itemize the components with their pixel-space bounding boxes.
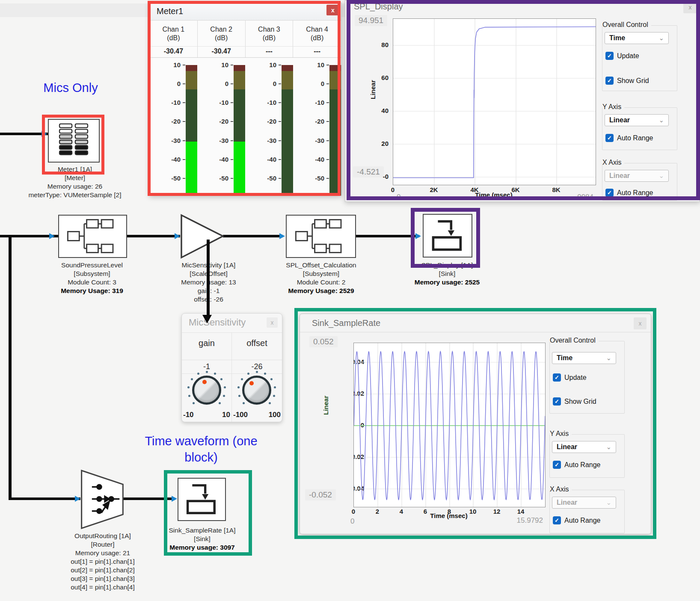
meter-scale-tick: -10 <box>198 99 228 106</box>
meter-scale-tick: 10 <box>294 61 324 68</box>
overall-control-dropdown[interactable]: Time ⌄ <box>552 352 616 364</box>
soundpressurelevel-block[interactable] <box>58 215 127 258</box>
meter-scale-tick: -30 <box>150 137 181 144</box>
spl-display-window: SPL_Display x 94.951 -4.521 Linear 80 60… <box>345 0 700 202</box>
meter-scale-tick: -30 <box>198 137 228 144</box>
sink-samplerate-block-label: Sink_SampleRate [1A] [Sink] Memory usage… <box>154 526 250 552</box>
x-tick: 4 <box>393 508 410 515</box>
close-icon[interactable]: x <box>267 317 278 328</box>
meter-scale-tick: -40 <box>294 156 324 163</box>
meter1-block[interactable] <box>48 119 100 163</box>
x-tick: 2K <box>425 186 442 193</box>
x-auto-range-row[interactable]: ✓ Auto Range <box>553 516 601 524</box>
meter-scale-tick: -10 <box>150 99 181 106</box>
y-auto-range-row[interactable]: ✓ Auto Range <box>553 461 601 469</box>
meter-scale-tick: -50 <box>198 175 228 182</box>
meter-scale-tick: -50 <box>150 175 181 182</box>
y-tick: 20 <box>368 140 389 147</box>
x-end-readout: 9984 <box>525 193 593 201</box>
chevron-down-icon: ⌄ <box>606 354 611 362</box>
soundpressurelevel-block-label: SoundPressureLevel [Subsystem] Module Co… <box>34 261 150 295</box>
spl-display-window-title: SPL_Display <box>354 2 403 12</box>
meter-scale-tick: 10 <box>246 61 276 68</box>
signal-wire <box>9 497 80 500</box>
spl-display-plot[interactable] <box>393 18 596 185</box>
meter-scale-tick: 0 <box>294 80 324 87</box>
x-tick: 0 <box>345 508 362 515</box>
micsensitivity-gain-block[interactable] <box>180 214 225 259</box>
spl-display-block[interactable] <box>423 214 472 258</box>
update-checkbox[interactable]: ✓ <box>605 52 614 60</box>
x-auto-range-checkbox[interactable]: ✓ <box>553 516 561 524</box>
meter1-block-label: Meter1 [1A] [Meter] Memory usage: 26 met… <box>13 165 137 199</box>
x-auto-range-checkbox[interactable]: ✓ <box>605 189 614 197</box>
meter-channel-value: --- <box>246 47 294 57</box>
meter-bars-area: 100-10-20-30-40-50-60100-10-20-30-40-50-… <box>150 58 341 195</box>
offset-knob[interactable] <box>237 370 277 410</box>
x-tick: 2 <box>369 508 386 515</box>
show-grid-checkbox[interactable]: ✓ <box>605 77 614 85</box>
meter-scale-tick: -20 <box>294 118 324 125</box>
x-axis-dropdown[interactable]: Linear ⌄ <box>552 497 616 509</box>
knob-face <box>242 376 271 405</box>
close-icon[interactable]: x <box>326 5 339 15</box>
meter-channel-header: Chan 1(dB) <box>150 20 198 46</box>
dsp-designer-canvas: Meter1 [1A] [Meter] Memory usage: 26 met… <box>0 0 700 601</box>
sink-samplerate-plot[interactable]: 0.04 0.02 0 0.02 0.04 <box>353 343 546 507</box>
chevron-down-icon: ⌄ <box>658 116 664 124</box>
output-routing-block[interactable] <box>80 470 124 529</box>
meter-scale-tick: -60 <box>246 193 276 196</box>
spl-offset-block-label: SPL_Offset_Calculation [Subsystem] Modul… <box>269 261 374 295</box>
y-max-readout: 0.052 <box>309 336 338 347</box>
meter-scale-tick: 0 <box>246 80 276 87</box>
spl-offset-calculation-block[interactable] <box>286 215 356 258</box>
meter-channel-value: -30.47 <box>150 47 198 57</box>
y-axis-dropdown[interactable]: Linear ⌄ <box>552 441 616 453</box>
knob-indicator-dot <box>202 380 207 384</box>
update-checkbox-row[interactable]: ✓ Update <box>605 52 639 60</box>
chevron-down-icon: ⌄ <box>606 443 611 451</box>
y-axis-dropdown[interactable]: Linear ⌄ <box>605 114 669 126</box>
knob-max-label: 100 <box>269 411 281 419</box>
y-auto-range-checkbox[interactable]: ✓ <box>553 461 561 469</box>
show-grid-checkbox[interactable]: ✓ <box>553 397 561 406</box>
meter-channel-bar-2: 100-10-20-30-40-50-60 <box>198 58 246 195</box>
meter-scale-tick: -60 <box>150 193 181 196</box>
sink-icon <box>424 215 471 256</box>
close-icon[interactable]: x <box>634 317 647 329</box>
update-checkbox[interactable]: ✓ <box>553 373 561 382</box>
y-tick: 40 <box>368 107 389 114</box>
knob-max-label: 10 <box>222 411 230 419</box>
show-grid-checkbox-row[interactable]: ✓ Show Grid <box>605 77 649 85</box>
y-min-readout: -0.052 <box>305 489 336 500</box>
time-waveform-annotation: Time waveform (one block) <box>128 433 274 465</box>
meter-scale-tick: -40 <box>198 156 228 163</box>
meter-scale-tick: -40 <box>246 156 276 163</box>
meter-scale-tick: -20 <box>246 118 276 125</box>
micsensitivity-window-title: MicSensitivity <box>189 317 246 328</box>
meter1-window-title: Meter1 <box>157 6 183 16</box>
update-checkbox-row[interactable]: ✓ Update <box>553 373 587 382</box>
close-icon[interactable]: x <box>683 1 697 13</box>
micsensitivity-window-titlebar[interactable]: MicSensitivity x <box>182 314 282 333</box>
meter-channel-values: -30.47 -30.47 --- --- <box>150 47 341 58</box>
show-grid-checkbox-row[interactable]: ✓ Show Grid <box>553 397 596 406</box>
y-auto-range-checkbox[interactable]: ✓ <box>605 134 614 142</box>
x-auto-range-row[interactable]: ✓ Auto Range <box>605 189 653 197</box>
knob-min-label: -100 <box>233 411 248 419</box>
overall-control-dropdown[interactable]: Time ⌄ <box>605 32 669 44</box>
signal-wire <box>223 235 283 237</box>
y-auto-range-row[interactable]: ✓ Auto Range <box>605 134 653 142</box>
x-axis-dropdown[interactable]: Linear ⌄ <box>605 170 669 182</box>
meter-scale-tick: -30 <box>294 137 324 144</box>
meter-scale-tick: -10 <box>246 99 276 106</box>
sink-samplerate-block[interactable] <box>178 478 226 521</box>
input-port-icon <box>175 233 180 239</box>
signal-wire <box>119 497 175 500</box>
inspect-arrowhead-icon <box>202 315 212 323</box>
meter1-window-titlebar[interactable]: Meter1 x <box>150 3 341 21</box>
gain-knob[interactable] <box>187 370 227 410</box>
signal-wire <box>127 235 180 237</box>
meter-channel-header: Chan 2(dB) <box>198 20 246 46</box>
spl-display-block-label: SPL_Display [1A] [Sink] Memory usage: 25… <box>398 261 496 287</box>
